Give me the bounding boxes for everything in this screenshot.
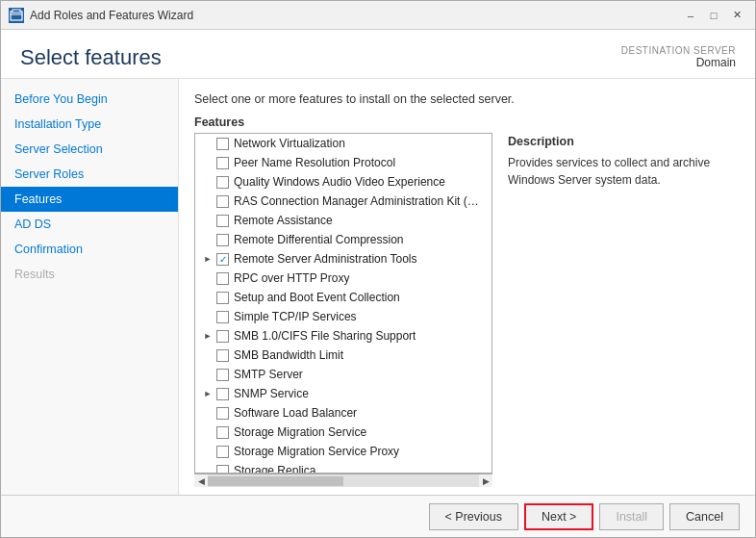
- feature-label-storage-migration: Storage Migration Service: [234, 425, 366, 439]
- feature-item-software-load[interactable]: Software Load Balancer: [195, 403, 491, 423]
- feature-label-remote-diff: Remote Differential Compression: [234, 233, 404, 246]
- expand-arrow[interactable]: ►: [201, 329, 214, 343]
- title-bar-left: Add Roles and Features Wizard: [9, 8, 193, 23]
- expand-arrow: [201, 464, 214, 473]
- expand-arrow[interactable]: ►: [201, 387, 214, 400]
- feature-checkbox-ras-connection[interactable]: [216, 195, 229, 208]
- title-bar: Add Roles and Features Wizard – □ ✕: [1, 1, 755, 30]
- expand-arrow: [201, 175, 214, 189]
- horizontal-scrollbar[interactable]: ◀ ▶: [194, 474, 492, 487]
- feature-item-quality-windows[interactable]: Quality Windows Audio Video Experience: [195, 172, 491, 192]
- expand-arrow: [201, 291, 214, 304]
- feature-checkbox-peer-name[interactable]: [216, 157, 229, 169]
- cancel-button[interactable]: Cancel: [669, 503, 740, 530]
- sidebar-item-server-selection[interactable]: Server Selection: [1, 137, 178, 162]
- minimize-button[interactable]: –: [680, 5, 701, 26]
- expand-arrow: [201, 137, 214, 150]
- expand-arrow: [201, 214, 214, 227]
- feature-checkbox-storage-replica[interactable]: [216, 465, 229, 474]
- sidebar-item-installation-type[interactable]: Installation Type: [1, 112, 178, 137]
- feature-checkbox-remote-diff[interactable]: [216, 234, 229, 246]
- feature-item-remote-server-admin[interactable]: ►✓Remote Server Administration Tools: [195, 249, 491, 269]
- next-button[interactable]: Next >: [524, 503, 593, 530]
- features-list-container: Network VirtualizationPeer Name Resoluti…: [194, 133, 492, 474]
- previous-button[interactable]: < Previous: [429, 503, 518, 530]
- features-column-header: Features: [194, 115, 492, 129]
- right-panel: Select one or more features to install o…: [179, 79, 755, 495]
- feature-label-remote-server-admin: Remote Server Administration Tools: [234, 252, 417, 266]
- feature-checkbox-smtp-server[interactable]: [216, 369, 229, 381]
- feature-item-smb-bandwidth[interactable]: SMB Bandwidth Limit: [195, 346, 491, 365]
- destination-label: DESTINATION SERVER: [621, 45, 736, 56]
- window-controls: – □ ✕: [680, 5, 747, 26]
- feature-label-snmp-service: SNMP Service: [234, 387, 309, 400]
- wizard-window: Add Roles and Features Wizard – □ ✕ Sele…: [0, 0, 756, 538]
- feature-checkbox-software-load[interactable]: [216, 407, 229, 420]
- feature-label-ras-connection: RAS Connection Manager Administration Ki…: [234, 194, 486, 208]
- destination-server: DESTINATION SERVER Domain: [621, 45, 736, 69]
- feature-label-software-load: Software Load Balancer: [234, 406, 357, 420]
- feature-item-peer-name[interactable]: Peer Name Resolution Protocol: [195, 153, 491, 172]
- footer: < Previous Next > Install Cancel: [1, 495, 755, 537]
- expand-arrow[interactable]: ►: [201, 252, 214, 266]
- feature-checkbox-rpc-http[interactable]: [216, 272, 229, 285]
- destination-value: Domain: [621, 56, 736, 69]
- maximize-button[interactable]: □: [703, 5, 724, 26]
- scroll-left-button[interactable]: ◀: [194, 474, 208, 488]
- feature-checkbox-snmp-service[interactable]: [216, 388, 229, 400]
- sidebar: Before You Begin Installation Type Serve…: [1, 79, 179, 495]
- feature-checkbox-quality-windows[interactable]: [216, 176, 229, 189]
- feature-item-remote-assistance[interactable]: Remote Assistance: [195, 211, 491, 230]
- feature-item-net-virtualization[interactable]: Network Virtualization: [195, 134, 491, 153]
- svg-rect-1: [13, 10, 20, 13]
- feature-item-snmp-service[interactable]: ►SNMP Service: [195, 384, 491, 403]
- feature-item-smtp-server[interactable]: SMTP Server: [195, 365, 491, 384]
- feature-checkbox-setup-boot[interactable]: [216, 292, 229, 304]
- description-text: Provides services to collect and archive…: [508, 154, 740, 189]
- feature-label-simple-tcp: Simple TCP/IP Services: [234, 310, 357, 323]
- feature-label-setup-boot: Setup and Boot Event Collection: [234, 291, 400, 304]
- expand-arrow: [201, 194, 214, 208]
- feature-checkbox-smb-bandwidth[interactable]: [216, 349, 229, 362]
- expand-arrow: [201, 310, 214, 323]
- sidebar-item-ad-ds[interactable]: AD DS: [1, 212, 178, 237]
- feature-item-rpc-http[interactable]: RPC over HTTP Proxy: [195, 269, 491, 288]
- feature-checkbox-storage-migration-proxy[interactable]: [216, 446, 229, 458]
- features-list[interactable]: Network VirtualizationPeer Name Resoluti…: [195, 134, 491, 473]
- feature-label-smtp-server: SMTP Server: [234, 368, 303, 381]
- expand-arrow: [201, 348, 214, 362]
- header-section: Select features DESTINATION SERVER Domai…: [1, 30, 755, 79]
- feature-checkbox-net-virtualization[interactable]: [216, 138, 229, 150]
- feature-label-quality-windows: Quality Windows Audio Video Experience: [234, 175, 445, 189]
- feature-item-storage-replica[interactable]: Storage Replica: [195, 461, 491, 473]
- expand-arrow: [201, 445, 214, 458]
- feature-item-simple-tcp[interactable]: Simple TCP/IP Services: [195, 307, 491, 326]
- expand-arrow: [201, 156, 214, 169]
- main-body: Before You Begin Installation Type Serve…: [1, 79, 755, 495]
- page-title: Select features: [20, 45, 162, 70]
- feature-checkbox-simple-tcp[interactable]: [216, 311, 229, 323]
- feature-item-ras-connection[interactable]: RAS Connection Manager Administration Ki…: [195, 192, 491, 211]
- expand-arrow: [201, 368, 214, 381]
- feature-checkbox-smb-cifs[interactable]: [216, 330, 229, 343]
- feature-checkbox-remote-server-admin[interactable]: ✓: [216, 253, 229, 266]
- app-icon: [9, 8, 24, 23]
- expand-arrow: [201, 425, 214, 439]
- feature-item-remote-diff[interactable]: Remote Differential Compression: [195, 230, 491, 249]
- scroll-right-button[interactable]: ▶: [479, 474, 492, 488]
- sidebar-item-confirmation[interactable]: Confirmation: [1, 237, 178, 262]
- feature-item-storage-migration[interactable]: Storage Migration Service: [195, 423, 491, 442]
- feature-checkbox-storage-migration[interactable]: [216, 426, 229, 439]
- feature-item-storage-migration-proxy[interactable]: Storage Migration Service Proxy: [195, 442, 491, 461]
- feature-item-setup-boot[interactable]: Setup and Boot Event Collection: [195, 288, 491, 307]
- sidebar-item-server-roles[interactable]: Server Roles: [1, 162, 178, 187]
- feature-label-storage-migration-proxy: Storage Migration Service Proxy: [234, 445, 399, 458]
- close-button[interactable]: ✕: [726, 5, 747, 26]
- feature-checkbox-remote-assistance[interactable]: [216, 215, 229, 227]
- feature-item-smb-cifs[interactable]: ►SMB 1.0/CIFS File Sharing Support: [195, 326, 491, 346]
- sidebar-item-features[interactable]: Features: [1, 187, 178, 212]
- sidebar-item-before-you-begin[interactable]: Before You Begin: [1, 87, 178, 112]
- scroll-thumb: [208, 476, 343, 486]
- feature-label-storage-replica: Storage Replica: [234, 464, 315, 473]
- scroll-track: [208, 474, 479, 488]
